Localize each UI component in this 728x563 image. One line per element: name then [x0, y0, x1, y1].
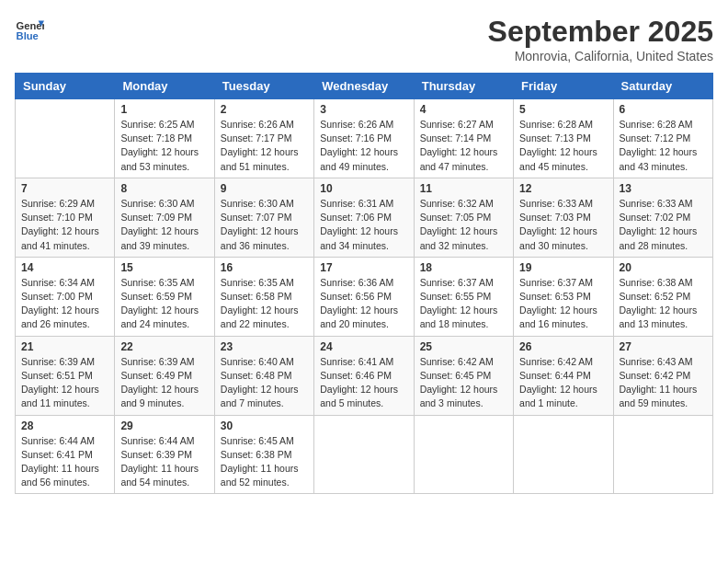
- calendar-cell: 21Sunrise: 6:39 AM Sunset: 6:51 PM Dayli…: [16, 336, 115, 415]
- calendar-cell: [514, 415, 613, 494]
- day-info: Sunrise: 6:41 AM Sunset: 6:46 PM Dayligh…: [320, 355, 407, 411]
- calendar-week-row: 1Sunrise: 6:25 AM Sunset: 7:18 PM Daylig…: [16, 99, 713, 178]
- weekday-header-cell: Sunday: [16, 74, 115, 99]
- day-info: Sunrise: 6:33 AM Sunset: 7:02 PM Dayligh…: [620, 197, 707, 253]
- day-number: 22: [120, 340, 208, 353]
- day-info: Sunrise: 6:39 AM Sunset: 6:51 PM Dayligh…: [21, 355, 108, 411]
- day-number: 15: [120, 261, 208, 274]
- day-info: Sunrise: 6:42 AM Sunset: 6:44 PM Dayligh…: [519, 355, 607, 411]
- calendar-cell: 23Sunrise: 6:40 AM Sunset: 6:48 PM Dayli…: [214, 336, 313, 415]
- calendar-week-row: 28Sunrise: 6:44 AM Sunset: 6:41 PM Dayli…: [16, 415, 713, 494]
- calendar-cell: 26Sunrise: 6:42 AM Sunset: 6:44 PM Dayli…: [514, 336, 613, 415]
- weekday-header-cell: Tuesday: [214, 74, 313, 99]
- day-number: 20: [620, 261, 707, 274]
- day-number: 25: [420, 340, 507, 353]
- calendar-cell: 15Sunrise: 6:35 AM Sunset: 6:59 PM Dayli…: [115, 257, 214, 336]
- day-number: 23: [221, 340, 308, 353]
- calendar-cell: 8Sunrise: 6:30 AM Sunset: 7:09 PM Daylig…: [115, 178, 214, 257]
- calendar-week-row: 14Sunrise: 6:34 AM Sunset: 7:00 PM Dayli…: [16, 257, 713, 336]
- day-info: Sunrise: 6:40 AM Sunset: 6:48 PM Dayligh…: [221, 355, 308, 411]
- day-number: 18: [420, 261, 507, 274]
- calendar-cell: 18Sunrise: 6:37 AM Sunset: 6:55 PM Dayli…: [414, 257, 513, 336]
- calendar-cell: 17Sunrise: 6:36 AM Sunset: 6:56 PM Dayli…: [314, 257, 414, 336]
- day-info: Sunrise: 6:35 AM Sunset: 6:58 PM Dayligh…: [221, 276, 308, 332]
- day-number: 5: [519, 103, 607, 116]
- calendar-cell: 1Sunrise: 6:25 AM Sunset: 7:18 PM Daylig…: [115, 99, 214, 178]
- day-info: Sunrise: 6:37 AM Sunset: 6:53 PM Dayligh…: [519, 276, 607, 332]
- weekday-header-cell: Monday: [115, 74, 214, 99]
- calendar-cell: 14Sunrise: 6:34 AM Sunset: 7:00 PM Dayli…: [16, 257, 115, 336]
- day-number: 11: [420, 182, 507, 195]
- day-info: Sunrise: 6:31 AM Sunset: 7:06 PM Dayligh…: [320, 197, 407, 253]
- calendar-cell: 24Sunrise: 6:41 AM Sunset: 6:46 PM Dayli…: [314, 336, 414, 415]
- day-info: Sunrise: 6:44 AM Sunset: 6:39 PM Dayligh…: [120, 434, 208, 490]
- day-number: 14: [21, 261, 108, 274]
- day-number: 7: [21, 182, 108, 195]
- calendar-cell: 11Sunrise: 6:32 AM Sunset: 7:05 PM Dayli…: [414, 178, 513, 257]
- calendar-body: 1Sunrise: 6:25 AM Sunset: 7:18 PM Daylig…: [16, 99, 713, 494]
- calendar-cell: [314, 415, 414, 494]
- day-info: Sunrise: 6:28 AM Sunset: 7:12 PM Dayligh…: [620, 118, 707, 174]
- day-number: 8: [120, 182, 208, 195]
- day-info: Sunrise: 6:26 AM Sunset: 7:16 PM Dayligh…: [320, 118, 407, 174]
- day-number: 9: [221, 182, 308, 195]
- calendar-cell: 9Sunrise: 6:30 AM Sunset: 7:07 PM Daylig…: [214, 178, 313, 257]
- day-number: 2: [221, 103, 308, 116]
- weekday-header-cell: Thursday: [414, 74, 513, 99]
- day-info: Sunrise: 6:26 AM Sunset: 7:17 PM Dayligh…: [221, 118, 308, 174]
- day-number: 26: [519, 340, 607, 353]
- calendar-cell: 25Sunrise: 6:42 AM Sunset: 6:45 PM Dayli…: [414, 336, 513, 415]
- day-info: Sunrise: 6:38 AM Sunset: 6:52 PM Dayligh…: [620, 276, 707, 332]
- day-number: 29: [120, 419, 208, 432]
- day-info: Sunrise: 6:39 AM Sunset: 6:49 PM Dayligh…: [120, 355, 208, 411]
- calendar-cell: 19Sunrise: 6:37 AM Sunset: 6:53 PM Dayli…: [514, 257, 613, 336]
- day-number: 3: [320, 103, 407, 116]
- day-number: 1: [120, 103, 208, 116]
- calendar-cell: 10Sunrise: 6:31 AM Sunset: 7:06 PM Dayli…: [314, 178, 414, 257]
- calendar-week-row: 21Sunrise: 6:39 AM Sunset: 6:51 PM Dayli…: [16, 336, 713, 415]
- title-block: September 2025 Monrovia, California, Uni…: [488, 15, 713, 63]
- day-number: 6: [620, 103, 707, 116]
- day-info: Sunrise: 6:25 AM Sunset: 7:18 PM Dayligh…: [120, 118, 208, 174]
- calendar-cell: [16, 99, 115, 178]
- calendar-week-row: 7Sunrise: 6:29 AM Sunset: 7:10 PM Daylig…: [16, 178, 713, 257]
- day-number: 10: [320, 182, 407, 195]
- calendar-cell: 3Sunrise: 6:26 AM Sunset: 7:16 PM Daylig…: [314, 99, 414, 178]
- calendar-cell: 22Sunrise: 6:39 AM Sunset: 6:49 PM Dayli…: [115, 336, 214, 415]
- calendar-cell: 28Sunrise: 6:44 AM Sunset: 6:41 PM Dayli…: [16, 415, 115, 494]
- day-number: 21: [21, 340, 108, 353]
- calendar-cell: 13Sunrise: 6:33 AM Sunset: 7:02 PM Dayli…: [613, 178, 712, 257]
- day-info: Sunrise: 6:28 AM Sunset: 7:13 PM Dayligh…: [519, 118, 607, 174]
- calendar-cell: 30Sunrise: 6:45 AM Sunset: 6:38 PM Dayli…: [214, 415, 313, 494]
- day-info: Sunrise: 6:43 AM Sunset: 6:42 PM Dayligh…: [620, 355, 707, 411]
- weekday-header-cell: Friday: [514, 74, 613, 99]
- logo-icon: General Blue: [15, 15, 44, 44]
- day-info: Sunrise: 6:36 AM Sunset: 6:56 PM Dayligh…: [320, 276, 407, 332]
- day-info: Sunrise: 6:35 AM Sunset: 6:59 PM Dayligh…: [120, 276, 208, 332]
- day-number: 28: [21, 419, 108, 432]
- calendar-cell: 5Sunrise: 6:28 AM Sunset: 7:13 PM Daylig…: [514, 99, 613, 178]
- calendar-cell: [613, 415, 712, 494]
- calendar-cell: 6Sunrise: 6:28 AM Sunset: 7:12 PM Daylig…: [613, 99, 712, 178]
- day-info: Sunrise: 6:37 AM Sunset: 6:55 PM Dayligh…: [420, 276, 507, 332]
- day-info: Sunrise: 6:30 AM Sunset: 7:07 PM Dayligh…: [221, 197, 308, 253]
- weekday-header-cell: Saturday: [613, 74, 712, 99]
- calendar-cell: 4Sunrise: 6:27 AM Sunset: 7:14 PM Daylig…: [414, 99, 513, 178]
- calendar-cell: [414, 415, 513, 494]
- calendar-cell: 16Sunrise: 6:35 AM Sunset: 6:58 PM Dayli…: [214, 257, 313, 336]
- day-number: 12: [519, 182, 607, 195]
- day-number: 13: [620, 182, 707, 195]
- calendar-cell: 29Sunrise: 6:44 AM Sunset: 6:39 PM Dayli…: [115, 415, 214, 494]
- day-number: 24: [320, 340, 407, 353]
- day-info: Sunrise: 6:27 AM Sunset: 7:14 PM Dayligh…: [420, 118, 507, 174]
- day-number: 19: [519, 261, 607, 274]
- day-info: Sunrise: 6:29 AM Sunset: 7:10 PM Dayligh…: [21, 197, 108, 253]
- calendar-cell: 7Sunrise: 6:29 AM Sunset: 7:10 PM Daylig…: [16, 178, 115, 257]
- calendar-cell: 12Sunrise: 6:33 AM Sunset: 7:03 PM Dayli…: [514, 178, 613, 257]
- day-info: Sunrise: 6:42 AM Sunset: 6:45 PM Dayligh…: [420, 355, 507, 411]
- day-info: Sunrise: 6:45 AM Sunset: 6:38 PM Dayligh…: [221, 434, 308, 490]
- calendar-cell: 20Sunrise: 6:38 AM Sunset: 6:52 PM Dayli…: [613, 257, 712, 336]
- calendar-cell: 2Sunrise: 6:26 AM Sunset: 7:17 PM Daylig…: [214, 99, 313, 178]
- calendar-cell: 27Sunrise: 6:43 AM Sunset: 6:42 PM Dayli…: [613, 336, 712, 415]
- month-title: September 2025: [488, 15, 713, 49]
